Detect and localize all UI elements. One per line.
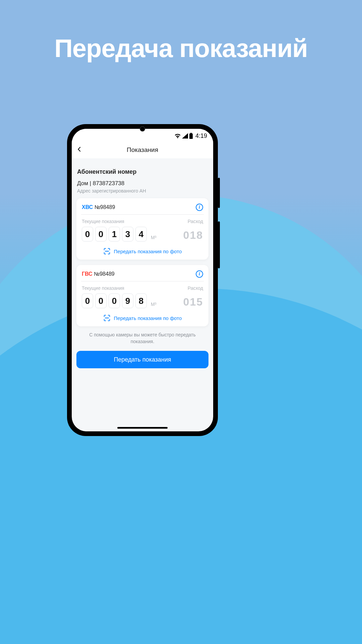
photo-link-hot[interactable]: Передать показания по фото	[82, 313, 203, 322]
consumption-label: Расход	[188, 285, 203, 291]
meter-tag-cold: ХВС	[82, 204, 93, 210]
unit-label: М³	[151, 302, 156, 307]
digit[interactable]: 8	[135, 293, 147, 308]
consumption-label: Расход	[188, 219, 203, 224]
promo-background: Передача показаний 4:19 Показания Абонен…	[0, 0, 362, 644]
divider	[81, 281, 204, 281]
unit-label: М³	[151, 235, 156, 240]
phone-camera-dot	[140, 126, 145, 131]
reading-digits-cold[interactable]: 0 0 1 3 4 М³	[82, 227, 156, 241]
chevron-left-icon	[76, 146, 82, 152]
meter-id-cold: ХВС №98489	[82, 204, 115, 210]
digit[interactable]: 1	[109, 227, 120, 241]
digit[interactable]: 0	[82, 227, 93, 241]
account-address: Адрес зарегистрированного АН	[77, 188, 208, 194]
svg-rect-1	[190, 133, 192, 133]
submit-readings-button[interactable]: Передать показания	[76, 351, 208, 368]
current-label: Текущие показания	[82, 285, 124, 291]
hero-title: Передача показаний	[0, 34, 362, 63]
account-section-label: Абонентский номер	[77, 168, 208, 175]
status-time: 4:19	[195, 132, 207, 140]
phone-side-button-1	[218, 178, 220, 208]
consumption-value-hot: 015	[183, 296, 203, 308]
current-label: Текущие показания	[82, 219, 124, 224]
wifi-icon	[174, 133, 181, 139]
divider	[81, 214, 204, 215]
digit[interactable]: 4	[135, 227, 147, 241]
digit[interactable]: 0	[95, 227, 107, 241]
helper-text: С помощью камеры вы можете быстро переда…	[82, 332, 203, 345]
app-bar-title: Показания	[127, 146, 158, 154]
meter-card-cold: ХВС №98489 i Текущие показания Расход 0 …	[76, 198, 208, 260]
back-button[interactable]	[76, 146, 82, 154]
info-icon[interactable]: i	[196, 270, 203, 278]
meter-tag-hot: ГВС	[82, 271, 93, 277]
digit[interactable]: 9	[122, 293, 133, 308]
content-area: Абонентский номер Дом | 8738723738 Адрес…	[72, 158, 213, 431]
phone-side-button-2	[218, 221, 220, 268]
digit[interactable]: 3	[122, 227, 133, 241]
signal-icon	[182, 133, 188, 139]
home-indicator	[117, 427, 168, 429]
meter-number-hot: №98489	[94, 271, 115, 277]
digit[interactable]: 0	[82, 293, 93, 308]
phone-frame: 4:19 Показания Абонентский номер Дом | 8…	[67, 124, 218, 436]
meter-number-cold: №98489	[95, 204, 115, 210]
reading-digits-hot[interactable]: 0 0 0 9 8 М³	[82, 293, 156, 308]
meter-id-hot: ГВС №98489	[82, 271, 115, 277]
info-icon[interactable]: i	[196, 204, 203, 211]
battery-icon	[189, 133, 193, 139]
phone-screen: 4:19 Показания Абонентский номер Дом | 8…	[72, 129, 213, 431]
photo-link-label: Передать показания по фото	[114, 249, 182, 254]
digit[interactable]: 0	[109, 293, 120, 308]
digit[interactable]: 0	[95, 293, 107, 308]
meter-card-hot: ГВС №98489 i Текущие показания Расход 0 …	[76, 265, 208, 326]
account-line: Дом | 8738723738	[77, 180, 208, 187]
scan-icon	[103, 314, 111, 322]
app-bar: Показания	[72, 142, 213, 158]
scan-icon	[103, 248, 111, 255]
svg-rect-0	[189, 133, 193, 139]
photo-link-cold[interactable]: Передать показания по фото	[82, 246, 203, 255]
photo-link-label: Передать показания по фото	[114, 315, 182, 321]
consumption-value-cold: 018	[183, 229, 203, 241]
